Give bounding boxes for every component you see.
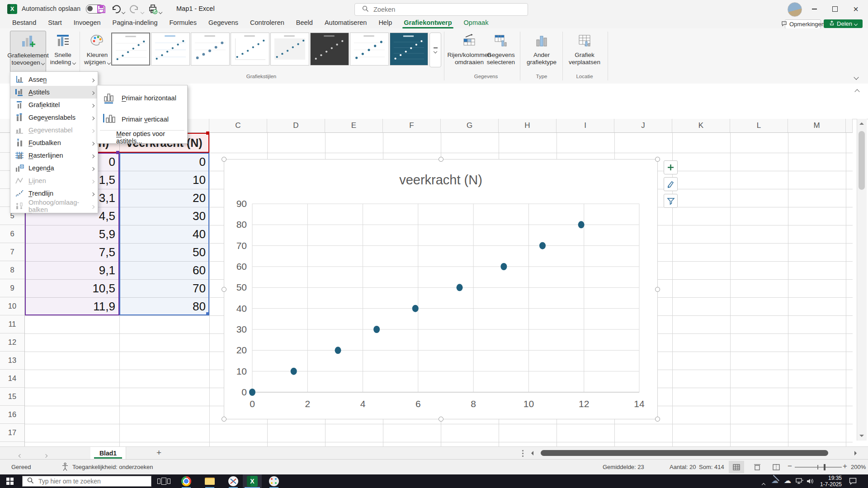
chart-resize-handle[interactable] [655,157,660,162]
tab-opmaak[interactable]: Opmaak [458,18,495,28]
quick-layout-button[interactable]: Snelleindeling [48,31,78,78]
row-header-14[interactable]: 14 [0,370,24,388]
prev-sheet-icon[interactable] [19,451,22,459]
chrome-icon[interactable] [181,476,192,487]
switch-row-column-button[interactable]: Rijen/kolommenomdraaien [448,31,490,78]
status-sum[interactable]: Som: 414 [699,464,724,470]
row-header-13[interactable]: 13 [0,352,24,370]
change-chart-type-button[interactable]: Andergrafiektype [524,31,560,78]
cloud-icon[interactable]: ☁ [784,476,791,485]
column-header-h[interactable]: H [499,119,557,132]
column-header-l[interactable]: L [730,119,788,132]
range-handle[interactable] [206,312,209,315]
tray-expand-icon[interactable] [762,480,765,488]
row-header-12[interactable]: 12 [0,333,24,352]
cell-b4[interactable]: 20 [119,189,206,207]
scroll-right-icon[interactable] [854,451,857,455]
row-header-11[interactable]: 11 [0,315,24,333]
submenu-more-options[interactable]: Meer opties voor astitels... [97,131,187,143]
tab-controleren[interactable]: Controleren [244,18,290,28]
normal-view-button[interactable] [729,461,744,473]
menu-item-legenda[interactable]: Legenda [10,162,98,174]
chart-style-5-thumbnail[interactable] [270,33,309,66]
scroll-down-icon[interactable] [859,435,864,437]
cell-b6[interactable]: 40 [119,225,206,243]
formula-bar-collapse-icon[interactable] [855,87,859,95]
status-count[interactable]: Aantal: 20 [670,464,696,470]
next-sheet-icon[interactable] [44,451,47,459]
undo-dropdown-icon[interactable] [122,7,125,15]
cell-a10[interactable]: 11,9 [25,297,115,315]
cell-b10[interactable]: 80 [119,297,206,315]
tab-invoegen[interactable]: Invoegen [68,18,107,28]
print-icon[interactable] [147,4,158,14]
chart-style-2-thumbnail[interactable] [151,33,190,66]
paint-icon[interactable] [269,476,279,487]
cell-b8[interactable]: 60 [119,261,206,279]
snipping-tool-icon[interactable] [228,476,239,487]
redo-dropdown-icon[interactable] [141,7,144,15]
tab-bestand[interactable]: Bestand [6,18,42,28]
onedrive-icon[interactable]: ☁ [771,476,778,485]
share-button[interactable]: Delen [824,19,863,28]
submenu-item-primair-verticaal[interactable]: Primair verticaal [97,109,187,129]
add-sheet-button[interactable]: + [156,448,161,458]
chart-style-6-thumbnail[interactable] [310,33,349,66]
column-header-m[interactable]: M [788,119,846,132]
zoom-slider[interactable] [795,467,842,468]
task-view-button[interactable] [157,478,170,485]
cell-a7[interactable]: 7,5 [25,243,115,261]
chart-resize-handle[interactable] [439,157,443,162]
cell-a9[interactable]: 10,5 [25,279,115,297]
row-header-9[interactable]: 9 [0,279,24,297]
minimize-button[interactable] [804,0,825,18]
tab-formules[interactable]: Formules [163,18,202,28]
redo-button[interactable] [129,4,140,14]
cell-a6[interactable]: 5,9 [25,225,115,243]
chart-style-1-thumbnail[interactable] [111,33,150,66]
chart-elements-button[interactable] [664,160,678,174]
chart[interactable]: 010203040506070809002468101214 [224,159,658,419]
move-chart-button[interactable]: Grafiekverplaatsen [566,31,603,78]
cell-a8[interactable]: 9,1 [25,261,115,279]
row-header-10[interactable]: 10 [0,297,24,315]
row-header-15[interactable]: 15 [0,388,24,406]
volume-icon[interactable] [807,478,814,486]
column-header-f[interactable]: F [383,119,441,132]
menu-item-assen[interactable]: Assen [10,73,98,86]
undo-button[interactable] [110,4,121,14]
qat-overflow-icon[interactable] [159,7,162,15]
cell-b2[interactable]: 0 [119,153,206,171]
avatar[interactable] [788,2,802,17]
cell-b7[interactable]: 50 [119,243,206,261]
row-header-7[interactable]: 7 [0,243,24,261]
menu-item-foutbalken[interactable]: Foutbalken [10,136,98,149]
row-header-8[interactable]: 8 [0,261,24,279]
row-header-6[interactable]: 6 [0,225,24,243]
menu-item-rasterlijnen[interactable]: Rasterlijnen [10,149,98,162]
accessibility-status[interactable]: Toegankelijkheid: onderzoeken [72,464,153,470]
submenu-item-primair-horizontaal[interactable]: Primair horizontaal [97,88,187,108]
scroll-up-icon[interactable] [859,122,864,125]
row-header-16[interactable]: 16 [0,406,24,424]
chart-style-4-thumbnail[interactable] [231,33,269,66]
status-average[interactable]: Gemiddelde: 23 [603,464,644,470]
chart-style-7-thumbnail[interactable] [350,33,389,66]
chart-style-8-thumbnail[interactable] [390,33,428,66]
chart-filters-button[interactable] [664,194,678,208]
action-center-icon[interactable] [849,478,857,487]
menu-item-trendlijn[interactable]: Trendlijn [10,187,98,200]
chart-title[interactable]: veerkracht (N) [224,173,658,188]
search-input[interactable] [373,5,501,14]
column-header-k[interactable]: K [672,119,730,132]
chart-styles-button[interactable] [664,177,678,191]
zoom-slider-thumb[interactable] [824,464,826,470]
column-header-i[interactable]: I [557,119,614,132]
save-icon[interactable] [96,4,107,14]
column-header-j[interactable]: J [614,119,672,132]
chart-resize-handle[interactable] [655,417,660,422]
menu-item-astitels[interactable]: Astitels [10,86,98,99]
chart-resize-handle[interactable] [655,287,660,292]
taskbar-search[interactable] [22,476,151,487]
page-break-view-button[interactable] [769,461,784,473]
